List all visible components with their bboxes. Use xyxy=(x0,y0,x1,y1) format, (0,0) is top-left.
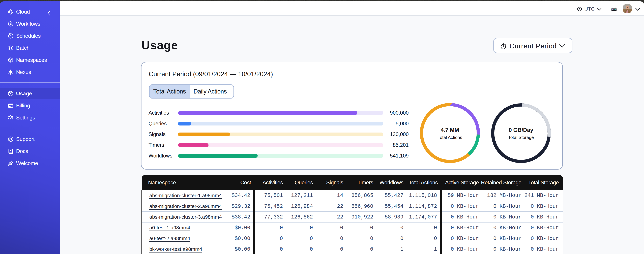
svg-text:4.7 MM: 4.7 MM xyxy=(441,127,459,133)
svg-text:0 GB/Day: 0 GB/Day xyxy=(509,127,533,133)
svg-text:Total Storage: Total Storage xyxy=(508,135,534,140)
svg-text:Total Actions: Total Actions xyxy=(438,135,462,140)
